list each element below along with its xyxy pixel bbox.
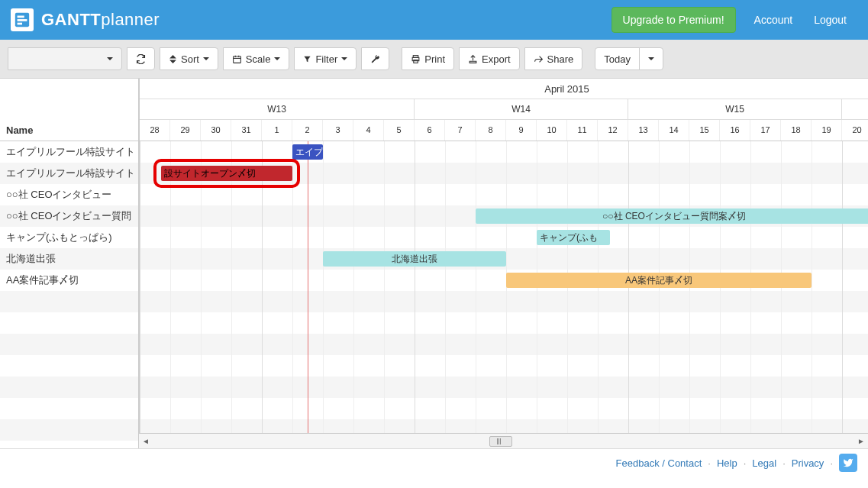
day-cell: 19 bbox=[812, 120, 842, 141]
day-cell: 10 bbox=[537, 120, 567, 141]
privacy-link[interactable]: Privacy bbox=[792, 457, 824, 469]
gantt-bar[interactable]: キャンプ(ふも bbox=[537, 230, 610, 245]
toolbar: Sort Scale Filter Print Export Share Tod… bbox=[0, 40, 868, 79]
share-icon bbox=[534, 54, 544, 64]
empty-row bbox=[0, 398, 138, 419]
task-row[interactable]: AA案件記事〆切 bbox=[0, 270, 138, 291]
svg-rect-3 bbox=[18, 23, 22, 25]
print-icon bbox=[411, 54, 421, 64]
week-cell: W14 bbox=[415, 99, 628, 120]
topbar: GANTTplanner Upgrade to Premium! Account… bbox=[0, 0, 868, 40]
today-dropdown-button[interactable] bbox=[639, 47, 663, 70]
day-cell: 28 bbox=[140, 120, 170, 141]
gantt-bar[interactable]: エイプ bbox=[292, 144, 323, 160]
share-button[interactable]: Share bbox=[524, 47, 583, 70]
account-link[interactable]: Account bbox=[744, 6, 804, 34]
day-cell: 7 bbox=[445, 120, 476, 141]
scroll-left-arrow[interactable]: ◄ bbox=[139, 435, 153, 448]
day-cell: 18 bbox=[781, 120, 812, 141]
gantt-bar[interactable]: 設サイトオープン〆切 bbox=[161, 166, 292, 181]
day-cell: 2 bbox=[292, 120, 323, 141]
day-cell: 14 bbox=[659, 120, 689, 141]
day-cell: 13 bbox=[628, 120, 659, 141]
feedback-link[interactable]: Feedback / Contact bbox=[616, 457, 702, 469]
grid-row bbox=[140, 377, 868, 398]
wrench-icon bbox=[370, 54, 380, 64]
footer: Feedback / Contact· Help· Legal· Privacy… bbox=[0, 449, 868, 477]
day-cell: 31 bbox=[231, 120, 262, 141]
sort-button[interactable]: Sort bbox=[160, 47, 218, 70]
scale-button[interactable]: Scale bbox=[223, 47, 290, 70]
svg-rect-1 bbox=[18, 16, 24, 18]
empty-row bbox=[0, 355, 138, 377]
day-cell: 4 bbox=[353, 120, 384, 141]
day-cell: 29 bbox=[170, 120, 201, 141]
gantt-bar[interactable]: ○○社 CEOインタビュー質問案〆切 bbox=[476, 208, 868, 224]
day-cell: 3 bbox=[323, 120, 353, 141]
day-cell: 16 bbox=[720, 120, 750, 141]
gantt-bar[interactable]: 北海道出張 bbox=[323, 251, 506, 267]
task-row[interactable]: ○○社 CEOインタビュー質問 bbox=[0, 205, 138, 227]
task-list-header: Name bbox=[0, 79, 138, 141]
settings-button[interactable] bbox=[361, 47, 389, 70]
day-cell: 11 bbox=[567, 120, 598, 141]
task-row[interactable]: ○○社 CEOインタビュー bbox=[0, 184, 138, 205]
task-list: エイプリルフール特設サイトエイプリルフール特設サイト○○社 CEOインタビュー○… bbox=[0, 141, 138, 441]
scroll-right-arrow[interactable]: ► bbox=[854, 435, 868, 448]
day-cell: 8 bbox=[476, 120, 506, 141]
logout-link[interactable]: Logout bbox=[803, 6, 857, 34]
task-row[interactable]: エイプリルフール特設サイト bbox=[0, 141, 138, 163]
twitter-icon[interactable] bbox=[839, 454, 857, 472]
refresh-button[interactable] bbox=[127, 47, 155, 70]
empty-row bbox=[0, 377, 138, 398]
grid-row bbox=[140, 141, 868, 163]
print-button[interactable]: Print bbox=[402, 47, 454, 70]
grid-row bbox=[140, 398, 868, 419]
brand-title: GANTTplanner bbox=[41, 10, 160, 30]
grid-row bbox=[140, 312, 868, 334]
task-row[interactable]: エイプリルフール特設サイト bbox=[0, 163, 138, 184]
svg-rect-2 bbox=[18, 19, 27, 21]
task-row[interactable]: キャンプ(ふもとっぱら) bbox=[0, 227, 138, 248]
day-cell: 17 bbox=[750, 120, 781, 141]
brand[interactable]: GANTTplanner bbox=[11, 8, 160, 31]
day-cell: 12 bbox=[598, 120, 628, 141]
grid-row bbox=[140, 227, 868, 248]
grid-row bbox=[140, 334, 868, 355]
month-cell: April 2015 bbox=[262, 79, 868, 99]
task-row[interactable]: 北海道出張 bbox=[0, 248, 138, 270]
help-link[interactable]: Help bbox=[717, 457, 737, 469]
today-marker bbox=[308, 141, 308, 434]
legal-link[interactable]: Legal bbox=[752, 457, 776, 469]
grid-row bbox=[140, 291, 868, 312]
gantt-chart: Name エイプリルフール特設サイトエイプリルフール特設サイト○○社 CEOイン… bbox=[0, 79, 868, 449]
grid-row bbox=[140, 355, 868, 377]
brand-logo-icon bbox=[11, 8, 34, 31]
scrollbar-track[interactable] bbox=[153, 435, 854, 448]
timeline-grid[interactable]: エイプ設サイトオープン〆切○○社 CEOインタビュー質問案〆切キャンプ(ふも北海… bbox=[140, 141, 868, 434]
today-button[interactable]: Today bbox=[595, 47, 640, 70]
empty-row bbox=[0, 334, 138, 355]
horizontal-scrollbar[interactable]: ◄ ► bbox=[139, 433, 868, 448]
empty-row bbox=[0, 291, 138, 312]
timeline-panel: April 2015 W13W14W15 2829303112345678910… bbox=[139, 79, 868, 448]
sort-icon bbox=[169, 55, 177, 63]
upgrade-button[interactable]: Upgrade to Premium! bbox=[611, 7, 736, 33]
day-cell: 5 bbox=[384, 120, 415, 141]
timeline-header: April 2015 W13W14W15 2829303112345678910… bbox=[140, 79, 868, 141]
svg-rect-4 bbox=[233, 56, 240, 63]
day-cell: 30 bbox=[201, 120, 231, 141]
scrollbar-thumb[interactable] bbox=[489, 436, 512, 447]
export-button[interactable]: Export bbox=[459, 47, 520, 70]
calendar-selector[interactable] bbox=[8, 47, 122, 70]
filter-button[interactable]: Filter bbox=[294, 47, 357, 70]
empty-row bbox=[0, 312, 138, 334]
filter-icon bbox=[303, 55, 311, 63]
week-cell: W15 bbox=[628, 99, 842, 120]
day-cell: 15 bbox=[689, 120, 720, 141]
gantt-bar[interactable]: AA案件記事〆切 bbox=[506, 273, 812, 288]
calendar-dropdown[interactable] bbox=[8, 47, 122, 70]
export-icon bbox=[468, 54, 478, 64]
day-cell: 6 bbox=[415, 120, 445, 141]
day-cell: 20 bbox=[842, 120, 868, 141]
